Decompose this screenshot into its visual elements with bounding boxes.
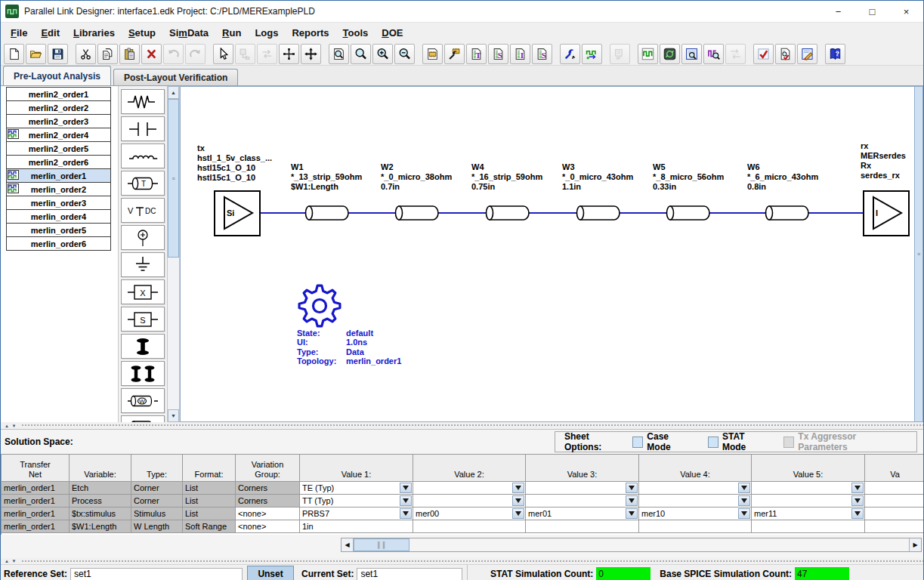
sidebar-item-merlin2_order1[interactable]: merlin2_order1 — [6, 87, 111, 101]
new-file-button[interactable] — [4, 44, 24, 64]
value-cell-0-1[interactable]: TE (Typ) — [300, 482, 413, 495]
value-cell-0-2[interactable] — [413, 482, 526, 495]
view-results-button[interactable] — [681, 44, 702, 64]
value-cell-1-5[interactable] — [752, 495, 865, 508]
palette-vdc-source-button[interactable]: VDC — [121, 198, 165, 223]
maximize-button[interactable]: □ — [855, 2, 889, 22]
sidebar-item-merlin_order4[interactable]: merlin_order4 — [6, 209, 111, 224]
menu-reports[interactable]: Reports — [285, 25, 335, 41]
palette-capacitor-button[interactable] — [121, 116, 165, 141]
value-cell-3-5[interactable] — [752, 520, 865, 533]
value-cell-1-2[interactable] — [413, 495, 526, 508]
validate-button[interactable] — [753, 44, 774, 64]
search-results-button[interactable] — [703, 44, 724, 64]
dropdown-arrow-icon[interactable] — [851, 508, 864, 519]
palette-scrollbar[interactable]: ▲ ≡ ▼ — [167, 86, 180, 422]
value-cell-2-2[interactable]: mer00 — [413, 508, 526, 520]
sweep-report-button[interactable]: S — [532, 44, 552, 64]
palette-w-line-button[interactable]: W — [121, 388, 165, 413]
palette-w-line-coupled-button[interactable] — [121, 415, 165, 422]
canvas-vertical-scrollbar[interactable]: ≡ — [914, 87, 922, 421]
pan-mode-button[interactable] — [301, 44, 321, 64]
checkbox-stat-mode[interactable] — [708, 437, 718, 448]
dropdown-arrow-icon[interactable] — [626, 508, 638, 519]
tline-symbol-W1[interactable] — [306, 206, 349, 220]
tline-symbol-W5[interactable] — [667, 206, 710, 220]
value-cell-0-3[interactable] — [526, 482, 639, 495]
tline-symbol-W6[interactable] — [766, 206, 809, 220]
dropdown-arrow-icon[interactable] — [851, 483, 864, 493]
value-cell-3-1[interactable]: 1in — [300, 520, 413, 533]
zoom-in-button[interactable] — [372, 44, 393, 64]
dropdown-arrow-icon[interactable] — [400, 495, 412, 506]
tab-pre-layout-analysis[interactable]: Pre-Layout Analysis — [3, 66, 111, 85]
save-file-button[interactable] — [48, 44, 68, 64]
value-cell-1-4[interactable] — [639, 495, 752, 508]
sidebar-item-merlin2_order2[interactable]: merlin2_order2 — [6, 100, 111, 115]
crosshair-mode-button[interactable] — [279, 44, 299, 64]
palette-inductor-button[interactable] — [121, 143, 165, 168]
select-mode-button[interactable] — [213, 44, 233, 64]
menu-setup[interactable]: Setup — [122, 25, 162, 41]
scroll-left-icon[interactable]: ◀ — [341, 538, 354, 551]
scroll-right-icon[interactable]: ▶ — [909, 538, 921, 551]
sidebar-item-merlin_order2[interactable]: merlin_order2 — [6, 182, 111, 196]
splitter-solution-status[interactable]: ▲ ▼ — [1, 558, 923, 564]
palette-via-button[interactable] — [121, 334, 165, 359]
palette-scroll-up-icon[interactable]: ▲ — [168, 86, 179, 99]
dropdown-arrow-icon[interactable] — [738, 508, 750, 519]
zoom-window-button[interactable] — [329, 44, 349, 64]
dropdown-arrow-icon[interactable] — [738, 483, 750, 493]
menu-doe[interactable]: DOE — [375, 25, 409, 41]
tline-symbol-W4[interactable] — [487, 206, 530, 220]
value-cell-1-3[interactable] — [526, 495, 639, 508]
schematic-canvas[interactable]: SiI txhstl_1_5v_class_...hstl15c1_O_10hs… — [180, 86, 923, 422]
value-cell-3-4[interactable] — [639, 520, 752, 533]
paste-button[interactable] — [119, 44, 140, 64]
palette-ground-button[interactable] — [121, 252, 165, 277]
sidebar-item-merlin_order6[interactable]: merlin_order6 — [6, 236, 111, 251]
dropdown-arrow-icon[interactable] — [512, 495, 524, 506]
sidebar-item-merlin_order1[interactable]: merlin_order1 — [6, 168, 111, 183]
model-assign-button[interactable] — [444, 44, 465, 64]
palette-via-pair-button[interactable] — [121, 361, 165, 386]
tline-symbol-W3[interactable] — [577, 206, 620, 220]
dropdown-arrow-icon[interactable] — [626, 495, 638, 506]
zoom-tool-button[interactable] — [351, 44, 371, 64]
value-cell-2-1[interactable]: PRBS7 — [300, 508, 413, 520]
waveform-viewer-button[interactable] — [638, 44, 658, 64]
menu-run[interactable]: Run — [215, 25, 248, 41]
spice-report-button[interactable]: S — [488, 44, 508, 64]
minimize-button[interactable]: − — [821, 2, 855, 22]
table-scroll-thumb[interactable]: ║║ — [354, 538, 409, 551]
menu-libraries[interactable]: Libraries — [66, 25, 122, 41]
sidebar-item-merlin_order3[interactable]: merlin_order3 — [6, 196, 111, 210]
sidebar-item-merlin_order5[interactable]: merlin_order5 — [6, 223, 111, 237]
dropdown-arrow-icon[interactable] — [626, 483, 638, 493]
palette-transmission-line-button[interactable]: T — [121, 171, 165, 196]
timing-report-button[interactable]: T — [466, 44, 487, 64]
open-file-button[interactable] — [26, 44, 46, 64]
sidebar-item-merlin2_order3[interactable]: merlin2_order3 — [6, 114, 111, 128]
palette-current-source-button[interactable] — [121, 225, 165, 250]
delete-button[interactable] — [141, 44, 162, 64]
palette-scroll-down-icon[interactable]: ▼ — [168, 409, 179, 422]
dropdown-arrow-icon[interactable] — [512, 483, 524, 493]
value-cell-1-1[interactable]: TT (Typ) — [300, 495, 413, 508]
ibis-models-button[interactable] — [422, 44, 443, 64]
close-button[interactable]: × — [889, 2, 923, 22]
simulation-setup-button[interactable] — [560, 44, 580, 64]
value-cell-0-4[interactable] — [639, 482, 752, 495]
menu-tools[interactable]: Tools — [336, 25, 375, 41]
value-cell-0-5[interactable] — [752, 482, 865, 495]
menu-logs[interactable]: Logs — [248, 25, 285, 41]
help-button[interactable]: ? — [825, 44, 845, 64]
dropdown-arrow-icon[interactable] — [738, 495, 750, 506]
state-gear-icon[interactable] — [299, 285, 340, 326]
sidebar-item-merlin2_order6[interactable]: merlin2_order6 — [6, 155, 111, 169]
splitter-arrows-icon[interactable]: ▲ ▼ — [1, 559, 21, 563]
simulation-manager-button[interactable] — [660, 44, 680, 64]
menu-edit[interactable]: Edit — [34, 25, 66, 41]
splitter-arrows-icon[interactable]: ▲ ▼ — [1, 424, 21, 428]
value-cell-2-5[interactable]: mer11 — [752, 508, 865, 520]
